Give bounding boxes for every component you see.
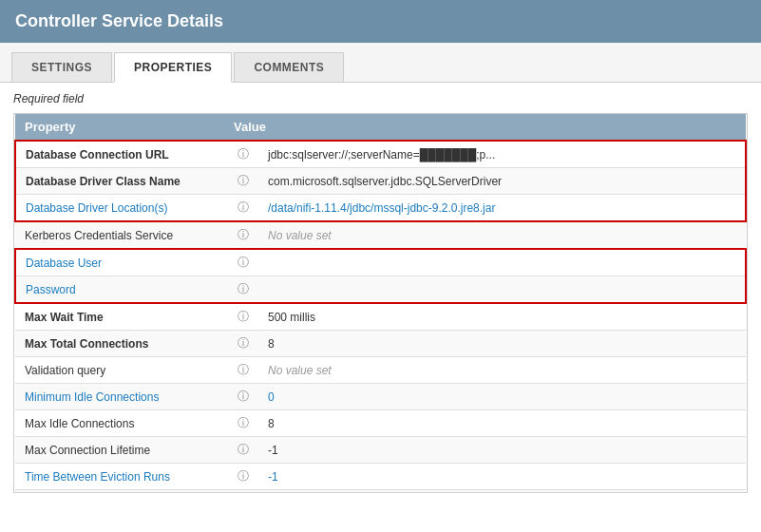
properties-table: Property Value Database Connection URLⓘj… [14,114,747,493]
info-icon[interactable]: ⓘ [238,228,249,241]
info-icon-cell[interactable]: ⓘ [224,195,258,222]
property-value-cell[interactable]: 8 [258,410,746,437]
table-row: Max Idle Connectionsⓘ8 [15,410,746,437]
info-icon-cell[interactable]: ⓘ [224,141,258,168]
info-icon-cell[interactable]: ⓘ [224,490,258,494]
info-icon-cell[interactable]: ⓘ [224,437,258,464]
info-icon[interactable]: ⓘ [238,416,249,429]
properties-table-wrapper: Property Value Database Connection URLⓘj… [13,113,748,493]
info-icon-cell[interactable]: ⓘ [224,168,258,195]
tabs-container: SETTINGS PROPERTIES COMMENTS [0,43,761,83]
property-value-cell[interactable]: /data/nifi-1.11.4/jdbc/mssql-jdbc-9.2.0.… [258,195,746,222]
info-icon[interactable]: ⓘ [238,310,249,323]
info-icon-cell[interactable]: ⓘ [224,410,258,437]
property-value-cell[interactable]: 500 millis [258,303,746,331]
content-area: Required field Property Value Database C… [0,83,761,503]
col-header-value: Value [224,114,746,141]
info-icon-cell[interactable]: ⓘ [224,249,258,276]
table-row: Database Driver Class Nameⓘcom.microsoft… [15,168,746,195]
info-icon[interactable]: ⓘ [238,390,249,403]
page-title: Controller Service Details [15,11,746,31]
blurred-value [268,283,271,296]
info-icon[interactable]: ⓘ [238,469,249,483]
property-name-cell: Validation query [15,357,224,384]
table-row: Time Between Eviction Runsⓘ-1 [15,464,746,490]
info-icon-cell[interactable]: ⓘ [224,221,258,249]
required-field-label: Required field [13,92,748,105]
property-value-cell[interactable]: jdbc:sqlserver://;serverName=███████;p..… [258,141,746,168]
property-value-cell[interactable] [258,249,746,276]
property-name-cell: Time Between Eviction Runs [15,464,224,490]
info-icon[interactable]: ⓘ [238,200,249,214]
info-icon[interactable]: ⓘ [238,363,249,376]
property-value-cell[interactable]: 8 [258,331,746,357]
property-name-cell: Password [15,276,224,304]
property-name-cell: Minimum Idle Connections [15,384,224,410]
property-name-cell: Kerberos Credentials Service [15,221,224,249]
table-row: Database Driver Location(s)ⓘ/data/nifi-1… [15,195,746,222]
info-icon[interactable]: ⓘ [238,282,249,295]
info-icon-cell[interactable]: ⓘ [224,276,258,304]
table-row: Database Connection URLⓘjdbc:sqlserver:/… [15,141,746,168]
property-name-cell: Max Total Connections [15,331,224,357]
property-value-cell[interactable]: 30 mins [258,490,746,494]
property-value-cell[interactable] [258,276,746,304]
info-icon[interactable]: ⓘ [238,174,249,187]
table-row: Passwordⓘ [15,276,746,304]
property-value-cell[interactable]: No value set [258,221,746,249]
table-row: Minimum Evictable Idle Timeⓘ30 mins [15,490,746,494]
property-name-cell: Database Driver Location(s) [15,195,224,222]
property-value-cell[interactable]: -1 [258,464,746,490]
info-icon[interactable]: ⓘ [238,256,249,269]
property-name-cell: Database Connection URL [15,141,224,168]
blurred-value [268,256,271,270]
title-bar: Controller Service Details [0,0,761,43]
tab-settings[interactable]: SETTINGS [11,52,112,82]
info-icon-cell[interactable]: ⓘ [224,464,258,490]
info-icon-cell[interactable]: ⓘ [224,303,258,331]
property-name-cell: Database Driver Class Name [15,168,224,195]
info-icon-cell[interactable]: ⓘ [224,384,258,410]
property-value-cell[interactable]: No value set [258,357,746,384]
table-row: Minimum Idle Connectionsⓘ0 [15,384,746,410]
property-name-cell: Max Connection Lifetime [15,437,224,464]
table-row: Max Wait Timeⓘ500 millis [15,303,746,331]
table-header-row: Property Value [15,114,746,141]
table-row: Max Connection Lifetimeⓘ-1 [15,437,746,464]
table-row: Validation queryⓘNo value set [15,357,746,384]
info-icon[interactable]: ⓘ [238,443,249,456]
property-name-cell: Max Wait Time [15,303,224,331]
property-value-cell[interactable]: -1 [258,437,746,464]
info-icon-cell[interactable]: ⓘ [224,357,258,384]
info-icon[interactable]: ⓘ [238,147,249,161]
info-icon[interactable]: ⓘ [238,336,249,350]
property-value-cell[interactable]: 0 [258,384,746,410]
table-row: Kerberos Credentials ServiceⓘNo value se… [15,221,746,249]
col-header-property: Property [15,114,224,141]
property-value-cell[interactable]: com.microsoft.sqlserver.jdbc.SQLServerDr… [258,168,746,195]
tab-properties[interactable]: PROPERTIES [114,52,232,83]
tab-comments[interactable]: COMMENTS [234,52,344,82]
property-name-cell: Minimum Evictable Idle Time [15,490,224,494]
info-icon-cell[interactable]: ⓘ [224,331,258,357]
property-name-cell: Database User [15,249,224,276]
table-row: Database Userⓘ [15,249,746,276]
property-name-cell: Max Idle Connections [15,410,224,437]
table-row: Max Total Connectionsⓘ8 [15,331,746,357]
